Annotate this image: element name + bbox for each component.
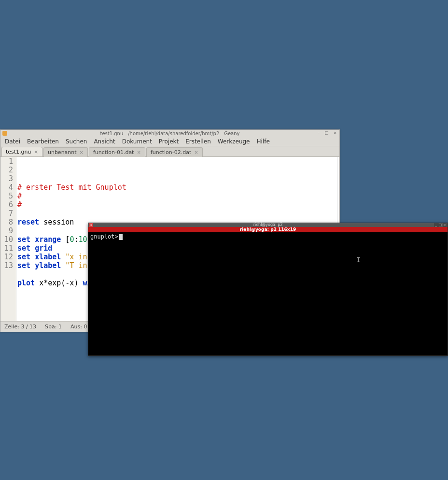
line-number: 12 bbox=[0, 253, 13, 261]
tab-label: function-02.dat bbox=[151, 149, 191, 155]
menu-item-projekt[interactable]: Projekt bbox=[155, 137, 182, 146]
geany-title: test1.gnu - /home/riehl/data/sharedfolde… bbox=[0, 131, 339, 136]
geany-tabbar: test1.gnu×unbenannt×function-01.dat×func… bbox=[0, 146, 339, 157]
line-number: 4 bbox=[0, 183, 13, 192]
terminal-window: x riehl@yoga: p2 _ □ × riehl@yoga: p2 11… bbox=[88, 223, 448, 356]
code-line[interactable]: # bbox=[17, 200, 339, 209]
geany-window-controls: – □ × bbox=[316, 130, 338, 135]
terminal-size-banner: riehl@yoga: p2 116x19 bbox=[88, 227, 448, 232]
terminal-titlebar[interactable]: x riehl@yoga: p2 _ □ × bbox=[88, 223, 448, 227]
menu-item-suchen[interactable]: Suchen bbox=[62, 137, 90, 146]
tab-function-02-dat[interactable]: function-02.dat× bbox=[146, 147, 203, 157]
maximize-button[interactable]: □ bbox=[323, 130, 330, 135]
close-icon[interactable]: × bbox=[137, 150, 140, 155]
menu-item-bearbeiten[interactable]: Bearbeiten bbox=[24, 137, 62, 146]
menu-item-dokument[interactable]: Dokument bbox=[119, 137, 155, 146]
geany-menubar: DateiBearbeitenSuchenAnsichtDokumentProj… bbox=[0, 137, 339, 146]
code-line[interactable] bbox=[17, 209, 339, 218]
line-number: 5 bbox=[0, 192, 13, 200]
status-line: Zeile: 3 / 13 bbox=[4, 324, 36, 330]
line-number: 1 bbox=[0, 157, 13, 166]
tab-unbenannt[interactable]: unbenannt× bbox=[43, 147, 88, 157]
minimize-button[interactable]: – bbox=[316, 130, 321, 135]
line-number: 8 bbox=[0, 218, 13, 226]
terminal-app-icon: x bbox=[89, 223, 93, 227]
menu-item-erstellen[interactable]: Erstellen bbox=[182, 137, 214, 146]
terminal-body[interactable]: gnuplot> I bbox=[88, 232, 448, 355]
tab-label: function-01.dat bbox=[93, 149, 134, 155]
tab-label: test1.gnu bbox=[6, 149, 31, 155]
geany-titlebar[interactable]: test1.gnu - /home/riehl/data/sharedfolde… bbox=[0, 130, 339, 137]
line-number: 2 bbox=[0, 166, 13, 174]
code-line[interactable]: # erster Test mit Gnuplot bbox=[17, 183, 339, 192]
menu-item-hilfe[interactable]: Hilfe bbox=[253, 137, 273, 146]
status-column: Spa: 1 bbox=[45, 324, 62, 330]
tab-test1-gnu[interactable]: test1.gnu× bbox=[1, 147, 42, 156]
minimize-button[interactable]: _ bbox=[434, 223, 438, 227]
menu-item-datei[interactable]: Datei bbox=[1, 137, 24, 146]
maximize-button[interactable]: □ bbox=[438, 223, 442, 227]
code-line[interactable]: # bbox=[17, 192, 339, 200]
line-number: 7 bbox=[0, 209, 13, 218]
close-button[interactable]: × bbox=[332, 130, 338, 135]
line-number: 3 bbox=[0, 174, 13, 183]
menu-item-werkzeuge[interactable]: Werkzeuge bbox=[214, 137, 253, 146]
terminal-size-text: riehl@yoga: p2 116x19 bbox=[240, 227, 296, 232]
line-number: 11 bbox=[0, 244, 13, 253]
menu-item-ansicht[interactable]: Ansicht bbox=[90, 137, 118, 146]
line-number: 13 bbox=[0, 261, 13, 270]
terminal-prompt: gnuplot> bbox=[90, 233, 118, 240]
close-icon[interactable]: × bbox=[80, 150, 84, 155]
terminal-title: riehl@yoga: p2 bbox=[253, 223, 283, 227]
tab-label: unbenannt bbox=[48, 149, 77, 155]
line-number: 9 bbox=[0, 226, 13, 235]
close-icon[interactable]: × bbox=[34, 149, 38, 155]
line-number-gutter: 12345678910111213 bbox=[0, 157, 16, 321]
close-button[interactable]: × bbox=[443, 223, 447, 227]
status-selection: Aus: 0 bbox=[70, 324, 87, 330]
terminal-window-controls: _ □ × bbox=[434, 223, 447, 227]
close-icon[interactable]: × bbox=[194, 150, 198, 155]
line-number: 10 bbox=[0, 235, 13, 244]
terminal-cursor bbox=[119, 234, 123, 240]
tab-function-01-dat[interactable]: function-01.dat× bbox=[89, 147, 145, 157]
line-number: 6 bbox=[0, 200, 13, 209]
text-cursor-icon: I bbox=[356, 256, 360, 263]
